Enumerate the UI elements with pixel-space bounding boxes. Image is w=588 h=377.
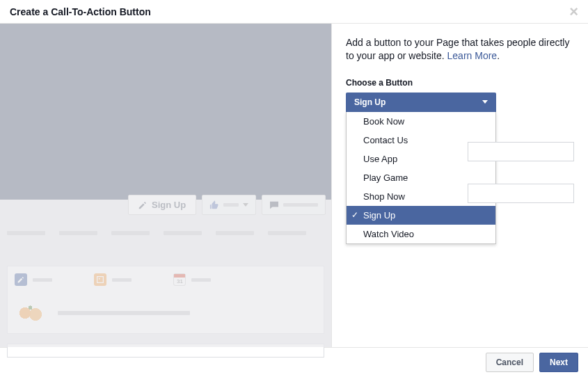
intro-text: Add a button to your Page that takes peo… [346, 36, 574, 63]
skeleton-bar [283, 203, 318, 207]
dropdown-option-sign-up[interactable]: Sign Up [347, 206, 495, 225]
close-icon[interactable]: × [569, 4, 578, 19]
chevron-down-icon [243, 203, 248, 207]
dropdown-menu: Book Now Contact Us Use App Play Game Sh… [346, 112, 496, 244]
preview-cta-button: Sign Up [128, 195, 196, 215]
photo-app-icon [94, 273, 106, 286]
button-type-dropdown[interactable]: Sign Up Book Now Contact Us Use App Play… [346, 93, 496, 244]
next-button[interactable]: Next [539, 353, 578, 372]
speech-bubble-icon [269, 201, 279, 209]
calendar-app-icon: 31 [173, 273, 186, 286]
preview-action-row: Sign Up [128, 195, 326, 215]
modal-title: Create a Call-To-Action Button [10, 6, 151, 17]
svg-point-1 [99, 278, 100, 280]
skeleton-bar [268, 231, 306, 235]
skeleton-bar [33, 278, 52, 282]
skeleton-bar [191, 278, 211, 282]
preview-message-button [262, 195, 326, 215]
skeleton-bar [58, 311, 190, 315]
preview-tabs [7, 231, 306, 235]
cover-photo-placeholder [0, 24, 331, 200]
modal-body: Sign Up [0, 24, 588, 347]
dropdown-option-watch-video[interactable]: Watch Video [347, 225, 495, 243]
skeleton-bar [164, 231, 202, 235]
svg-rect-0 [97, 277, 104, 283]
choose-button-label: Choose a Button [346, 78, 574, 88]
learn-more-link[interactable]: Learn More [447, 50, 498, 61]
skeleton-bar [59, 231, 97, 235]
thumb-up-icon [209, 200, 219, 210]
profile-thumbnail [15, 300, 49, 326]
preview-like-button [202, 195, 256, 215]
skeleton-bar [216, 231, 254, 235]
pencil-app-icon [15, 273, 27, 286]
skeleton-bar [111, 231, 150, 235]
pencil-icon [138, 201, 147, 209]
calendar-day: 31 [177, 278, 183, 284]
preview-app-item [15, 273, 52, 286]
skeleton-bar [223, 203, 239, 207]
preview-cta-label: Sign Up [152, 200, 186, 210]
dropdown-option-book-now[interactable]: Book Now [347, 112, 495, 131]
page-preview: Sign Up [0, 24, 332, 347]
secondary-input[interactable] [468, 184, 574, 203]
cancel-button[interactable]: Cancel [486, 353, 534, 372]
skeleton-bar [7, 231, 45, 235]
dropdown-selected[interactable]: Sign Up [346, 93, 496, 112]
preview-app-item: 31 [173, 273, 211, 286]
preview-content-card [7, 344, 324, 358]
modal-header: Create a Call-To-Action Button × [0, 0, 588, 24]
preview-app-item [94, 273, 132, 286]
chevron-down-icon [482, 100, 488, 104]
preview-content-card: 31 [7, 266, 324, 334]
website-input[interactable] [468, 142, 574, 161]
dropdown-selected-label: Sign Up [354, 97, 386, 107]
config-panel: Add a button to your Page that takes peo… [332, 24, 588, 347]
skeleton-bar [112, 278, 132, 282]
preview-post-row [15, 300, 317, 326]
preview-apps-row: 31 [15, 273, 317, 286]
